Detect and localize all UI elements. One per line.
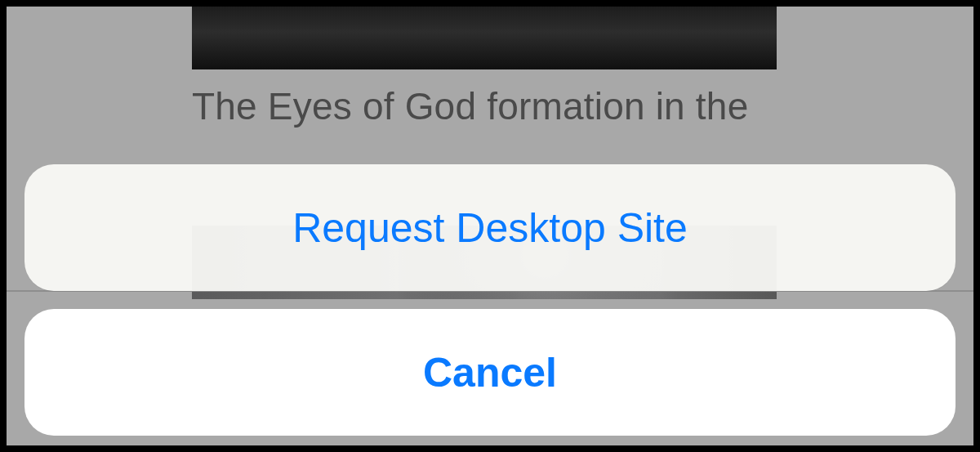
screenshot-frame: The Eyes of God formation in the Request…	[7, 7, 973, 445]
action-sheet: Request Desktop Site Cancel	[24, 164, 956, 436]
cancel-label: Cancel	[423, 349, 557, 396]
request-desktop-site-button[interactable]: Request Desktop Site	[24, 164, 956, 291]
article-image-top	[192, 7, 777, 69]
request-desktop-site-label: Request Desktop Site	[292, 204, 688, 252]
cancel-button[interactable]: Cancel	[24, 309, 956, 436]
article-caption: The Eyes of God formation in the	[192, 84, 748, 129]
